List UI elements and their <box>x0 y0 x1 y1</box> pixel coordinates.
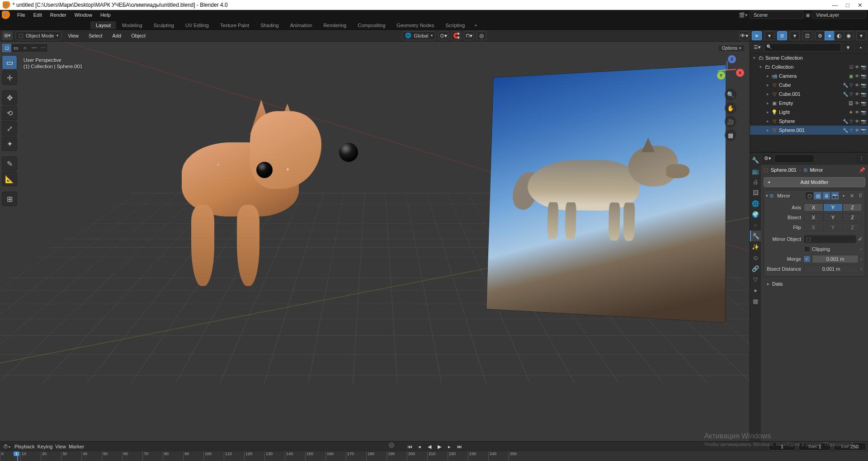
menu-render[interactable]: Render <box>47 11 70 19</box>
clipping-checkbox[interactable] <box>804 246 810 252</box>
prop-tab-material[interactable]: ● <box>750 285 761 296</box>
modifier-edit-cage[interactable]: ▢ <box>805 192 813 200</box>
outliner-row-empty[interactable]: ▸ ▣ Empty 🖼 👁📷 <box>750 99 868 108</box>
eye-icon[interactable]: 👁 <box>855 110 859 115</box>
play-reverse[interactable]: ◀ <box>425 442 434 451</box>
snap-toggle[interactable]: 🧲 <box>451 31 461 40</box>
prop-tab-scene[interactable]: 🌐 <box>750 198 761 209</box>
modifier-edit-display[interactable]: ▤ <box>814 192 822 200</box>
prop-tab-texture[interactable]: ▦ <box>750 296 761 306</box>
overlay-options[interactable]: ▾ <box>790 31 800 40</box>
tab-shading[interactable]: Shading <box>255 21 284 29</box>
maximize-button[interactable]: □ <box>846 2 849 9</box>
bisect-distance-field[interactable]: 0.001 m <box>804 265 859 273</box>
prop-tab-world[interactable]: 🌍 <box>750 209 761 220</box>
render-icon[interactable]: 📷 <box>861 110 866 115</box>
modifier-disclose[interactable]: ▾ <box>766 193 768 198</box>
xray-toggle[interactable]: ⊡ <box>802 31 812 40</box>
render-icon[interactable]: 📷 <box>861 65 866 70</box>
tool-scale[interactable]: ⤢ <box>2 121 17 136</box>
snap-options[interactable]: ⊓▾ <box>464 31 474 40</box>
axis-z-toggle[interactable]: Z <box>843 203 862 212</box>
modifier-extras[interactable]: ▾ <box>841 194 846 198</box>
prop-tab-tool[interactable]: 🔧 <box>750 155 761 165</box>
timeline-menu-view[interactable]: View <box>55 444 66 449</box>
tool-select-box[interactable]: ▭ <box>2 55 17 70</box>
tab-sculpting[interactable]: Sculpting <box>148 21 179 29</box>
flip-y-toggle[interactable]: Y <box>823 223 843 231</box>
jump-start[interactable]: ⏮ <box>405 442 414 451</box>
bisect-y-toggle[interactable]: Y <box>823 213 843 221</box>
render-icon[interactable]: 📷 <box>861 119 866 124</box>
menu-file[interactable]: File <box>14 11 29 19</box>
outliner-search[interactable] <box>764 43 841 52</box>
axis-y-handle[interactable]: Y <box>717 71 725 80</box>
scene-selector[interactable]: Scene <box>750 11 804 19</box>
tool-transform[interactable]: ✦ <box>2 136 17 151</box>
outliner-row-collection[interactable]: ▾ 🗀 Collection ☑👁📷 <box>750 62 868 71</box>
properties-search[interactable] <box>774 155 814 163</box>
outliner-row-camera[interactable]: ▸ 📹 Camera ▣ 👁📷 <box>750 71 868 80</box>
properties-options[interactable]: ⋮ <box>856 154 866 163</box>
select-mode-box[interactable]: ▭ <box>11 44 20 52</box>
outliner-row-cube[interactable]: ▸ ▽ Cube 🔧 ▽ 👁📷 <box>750 80 868 89</box>
tab-texture-paint[interactable]: Texture Paint <box>215 21 255 29</box>
merge-distance-field[interactable]: 0.001 m <box>812 255 859 263</box>
shading-solid[interactable]: ● <box>825 31 835 40</box>
visibility-selector[interactable]: 👁▾ <box>739 31 749 40</box>
axis-z-handle[interactable]: Z <box>728 55 736 63</box>
timeline-menu-marker[interactable]: Marker <box>69 444 84 449</box>
axis-y-toggle[interactable]: Y <box>823 203 843 212</box>
eye-icon[interactable]: 👁 <box>855 119 859 124</box>
jump-end[interactable]: ⏭ <box>455 442 464 451</box>
menu-edit[interactable]: Edit <box>30 11 46 19</box>
tab-add-workspace[interactable]: + <box>471 21 481 29</box>
outliner-row-sphere001[interactable]: ▸ ▽ Sphere.001 🔧 ▽ 👁📷 <box>750 126 868 135</box>
eye-icon[interactable]: 👁 <box>855 128 859 133</box>
outliner-row-cube001[interactable]: ▸ ▽ Cube.001 🔧 ▽ 👁📷 <box>750 89 868 99</box>
prop-tab-render[interactable]: 📺 <box>750 165 761 176</box>
merge-checkbox[interactable]: ✓ <box>804 256 810 262</box>
render-icon[interactable]: 📷 <box>861 92 866 97</box>
menu-help[interactable]: Help <box>97 11 114 19</box>
prop-tab-object[interactable]: ▫ <box>750 220 761 230</box>
prop-tab-output[interactable]: 🖨 <box>750 176 761 187</box>
navigation-gizmo[interactable]: X Y Z 🔍 ✋ 🎥 ▦ <box>716 55 745 141</box>
overlay-toggle[interactable]: ⊕ <box>777 31 787 40</box>
properties-editor-type[interactable]: ⚙▾ <box>763 154 773 163</box>
eye-icon[interactable]: 👁 <box>855 83 859 88</box>
editor-type-selector[interactable]: ⊞▾ <box>2 31 13 40</box>
tab-rendering[interactable]: Rendering <box>318 21 352 29</box>
shading-wireframe[interactable]: ⊕ <box>815 31 825 40</box>
modifier-realtime[interactable]: 🖥 <box>822 192 830 200</box>
modifier-render[interactable]: 📷 <box>831 192 839 200</box>
timeline-menu-keying[interactable]: Keying <box>38 444 53 449</box>
exclude-checkbox[interactable]: ☑ <box>849 65 854 70</box>
modifier-delete[interactable]: ✕ <box>848 193 856 199</box>
outliner-new-collection[interactable]: • <box>855 43 866 52</box>
tab-geometry-nodes[interactable]: Geometry Nodes <box>391 21 439 29</box>
timeline-ruler[interactable]: 0102030405060708090100110120130140150160… <box>0 452 868 461</box>
header-menu-object[interactable]: Object <box>127 32 149 39</box>
prop-tab-physics[interactable]: ⊙ <box>750 252 761 263</box>
shading-options[interactable]: ▾ <box>856 31 866 40</box>
select-mode-5[interactable]: ⋯ <box>38 44 47 52</box>
axis-x-handle[interactable]: X <box>736 69 744 77</box>
tab-layout[interactable]: Layout <box>90 21 116 29</box>
autokey-toggle[interactable] <box>389 442 394 448</box>
prop-tab-modifiers[interactable]: 🔧 <box>750 230 761 241</box>
outliner-row-scene-collection[interactable]: ▾ 🗀 Scene Collection <box>750 53 868 62</box>
tool-measure[interactable]: 📐 <box>2 172 17 186</box>
prop-tab-viewlayer[interactable]: 🖼 <box>750 187 761 198</box>
close-button[interactable]: ✕ <box>858 2 863 9</box>
eye-icon[interactable]: 👁 <box>855 65 859 70</box>
select-mode-tweak[interactable]: ⊡ <box>2 44 11 52</box>
tab-animation[interactable]: Animation <box>285 21 318 29</box>
viewport-options-button[interactable]: Options▾ <box>718 44 745 52</box>
3d-viewport[interactable]: ⊡ ▭ ○ 〰 ⋯ User Perspective (1) Collectio… <box>0 42 750 441</box>
nav-perspective[interactable]: ▦ <box>725 129 736 141</box>
add-modifier-button[interactable]: + Add Modifier <box>764 177 865 187</box>
tab-uv-editing[interactable]: UV Editing <box>180 21 214 29</box>
pin-icon[interactable]: 📌 <box>859 167 865 173</box>
keyframe-prev[interactable]: ◂ <box>415 442 424 451</box>
